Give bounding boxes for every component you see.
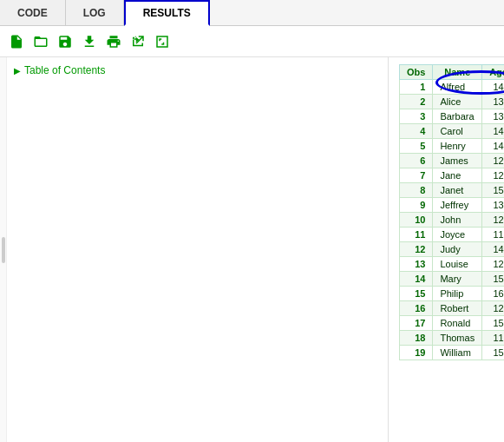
cell-name: Louise: [433, 257, 482, 272]
tab-bar: CODE LOG RESULTS: [0, 0, 504, 26]
cell-age: 12: [482, 257, 504, 272]
right-panel: Obs Name Age 1Alfred142Alice133Barbara13…: [389, 57, 504, 442]
tab-results[interactable]: RESULTS: [124, 0, 210, 26]
cell-name: Barbara: [433, 109, 482, 124]
tab-code[interactable]: CODE: [0, 0, 66, 25]
cell-age: 11: [482, 331, 504, 346]
left-strip: [0, 57, 7, 442]
cell-name: Mary: [433, 272, 482, 287]
cell-obs: 4: [400, 124, 433, 139]
table-row: 7Jane12: [400, 168, 505, 183]
toc-arrow-icon: ▶: [14, 66, 21, 76]
cell-name: Carol: [433, 124, 482, 139]
cell-age: 15: [482, 316, 504, 331]
table-row: 11Joyce11: [400, 228, 505, 242]
tab-log[interactable]: LOG: [66, 0, 124, 25]
table-row: 18Thomas11: [400, 331, 505, 346]
table-row: 13Louise12: [400, 257, 505, 272]
cell-name: Jane: [433, 168, 482, 183]
cell-obs: 7: [400, 168, 433, 183]
cell-age: 12: [482, 154, 504, 168]
cell-age: 13: [482, 95, 504, 109]
download-icon[interactable]: [80, 32, 99, 51]
data-table: Obs Name Age 1Alfred142Alice133Barbara13…: [399, 64, 504, 360]
cell-name: Judy: [433, 242, 482, 257]
table-row: 9Jeffrey13: [400, 198, 505, 213]
table-row: 15Philip16: [400, 287, 505, 301]
cell-obs: 1: [400, 80, 433, 95]
cell-obs: 17: [400, 316, 433, 331]
cell-age: 11: [482, 228, 504, 242]
table-row: 8Janet15: [400, 183, 505, 198]
table-row: 2Alice13: [400, 95, 505, 109]
table-row: 16Robert12: [400, 301, 505, 316]
cell-obs: 5: [400, 139, 433, 154]
cell-obs: 2: [400, 95, 433, 109]
table-row: 19William15: [400, 346, 505, 360]
table-row: 1Alfred14: [400, 80, 505, 95]
cell-obs: 8: [400, 183, 433, 198]
table-row: 3Barbara13: [400, 109, 505, 124]
cell-age: 15: [482, 346, 504, 360]
table-row: 17Ronald15: [400, 316, 505, 331]
table-row: 14Mary15: [400, 272, 505, 287]
cell-obs: 3: [400, 109, 433, 124]
cell-obs: 18: [400, 331, 433, 346]
cell-age: 14: [482, 124, 504, 139]
cell-obs: 15: [400, 287, 433, 301]
cell-age: 13: [482, 198, 504, 213]
cell-age: 12: [482, 301, 504, 316]
cell-age: 12: [482, 168, 504, 183]
main-content: ▶ Table of Contents Obs Name Age 1Alfred…: [0, 57, 504, 442]
cell-name: James: [433, 154, 482, 168]
table-row: 5Henry14: [400, 139, 505, 154]
toc-label: Table of Contents: [24, 64, 105, 76]
table-row: 10John12: [400, 213, 505, 228]
cell-obs: 11: [400, 228, 433, 242]
cell-obs: 16: [400, 301, 433, 316]
cell-name: Jeffrey: [433, 198, 482, 213]
col-header-obs: Obs: [400, 65, 433, 80]
cell-name: Philip: [433, 287, 482, 301]
cell-age: 16: [482, 287, 504, 301]
cell-age: 15: [482, 272, 504, 287]
table-row: 4Carol14: [400, 124, 505, 139]
cell-obs: 19: [400, 346, 433, 360]
cell-obs: 10: [400, 213, 433, 228]
cell-name: Alfred: [433, 80, 482, 95]
table-row: 12Judy14: [400, 242, 505, 257]
save-icon[interactable]: [56, 32, 75, 51]
toc-header[interactable]: ▶ Table of Contents: [14, 64, 381, 76]
cell-age: 15: [482, 183, 504, 198]
col-header-name: Name: [433, 65, 482, 80]
cell-name: Janet: [433, 183, 482, 198]
new-file-icon[interactable]: [7, 32, 26, 51]
print-icon[interactable]: [104, 32, 123, 51]
open-file-icon[interactable]: [31, 32, 50, 51]
cell-age: 14: [482, 80, 504, 95]
cell-obs: 12: [400, 242, 433, 257]
cell-obs: 6: [400, 154, 433, 168]
export-icon[interactable]: [128, 32, 147, 51]
cell-age: 14: [482, 242, 504, 257]
col-header-age: Age: [482, 65, 504, 80]
cell-name: John: [433, 213, 482, 228]
cell-name: William: [433, 346, 482, 360]
toolbar: [0, 26, 504, 57]
cell-name: Alice: [433, 95, 482, 109]
left-strip-indicator: [2, 237, 5, 263]
cell-obs: 9: [400, 198, 433, 213]
cell-name: Thomas: [433, 331, 482, 346]
expand-icon[interactable]: [153, 32, 172, 51]
left-panel: ▶ Table of Contents: [7, 57, 389, 442]
cell-name: Joyce: [433, 228, 482, 242]
cell-obs: 14: [400, 272, 433, 287]
cell-name: Ronald: [433, 316, 482, 331]
cell-age: 13: [482, 109, 504, 124]
cell-name: Robert: [433, 301, 482, 316]
cell-name: Henry: [433, 139, 482, 154]
table-row: 6James12: [400, 154, 505, 168]
cell-age: 14: [482, 139, 504, 154]
cell-obs: 13: [400, 257, 433, 272]
cell-age: 12: [482, 213, 504, 228]
